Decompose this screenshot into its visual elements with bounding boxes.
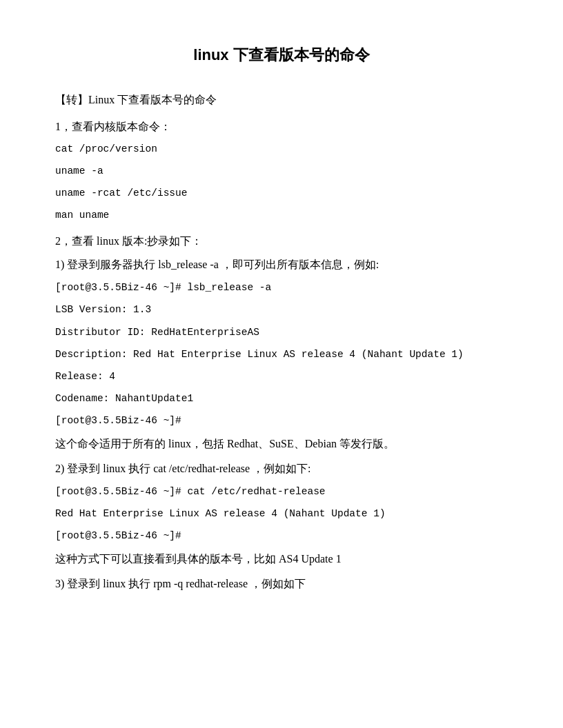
lsb-release: Release: 4 <box>55 367 508 385</box>
step3-intro: 3) 登录到 linux 执行 rpm -q redhat-release ，例… <box>55 574 508 594</box>
lsb-version: LSB Version: 1.3 <box>55 301 508 318</box>
step2-cmd: [root@3.5.5Biz-46 ~]# cat /etc/redhat-re… <box>55 483 508 501</box>
cmd4: man uname <box>55 206 508 224</box>
step1-cmd: [root@3.5.5Biz-46 ~]# lsb_release -a <box>55 279 508 296</box>
lsb-codename: Codename: NahantUpdate1 <box>55 390 508 407</box>
step2-intro: 2) 登录到 linux 执行 cat /etc/redhat-release … <box>55 458 508 479</box>
cmd3: uname -rcat /etc/issue <box>55 184 508 202</box>
section1-header: 1，查看内核版本命令： <box>55 117 508 137</box>
section2-header: 2，查看 linux 版本:抄录如下： <box>55 231 508 252</box>
cmd1: cat /proc/version <box>55 140 508 158</box>
step2-output: Red Hat Enterprise Linux AS release 4 (N… <box>55 505 508 523</box>
prompt2: [root@3.5.5Biz-46 ~]# <box>55 527 508 545</box>
lsb-dist: Distributor ID: RedHatEnterpriseAS <box>55 323 508 341</box>
page-title: linux 下查看版本号的命令 <box>55 41 508 69</box>
intro-text: 【转】Linux 下查看版本号的命令 <box>55 90 508 110</box>
prompt1: [root@3.5.5Biz-46 ~]# <box>55 412 508 429</box>
cmd2: uname -a <box>55 162 508 180</box>
note1: 这个命令适用于所有的 linux，包括 Redhat、SuSE、Debian 等… <box>55 434 508 454</box>
note2: 这种方式下可以直接看到具体的版本号，比如 AS4 Update 1 <box>55 549 508 569</box>
lsb-desc: Description: Red Hat Enterprise Linux AS… <box>55 345 508 363</box>
step1-intro: 1) 登录到服务器执行 lsb_release -a ，即可列出所有版本信息，例… <box>55 254 508 275</box>
